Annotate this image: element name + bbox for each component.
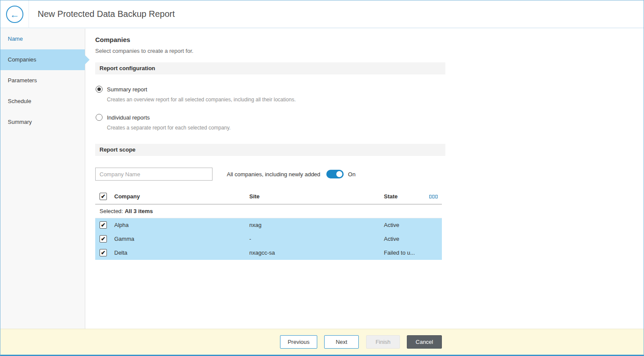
step-label: Schedule bbox=[8, 98, 31, 104]
radio-summary-report[interactable] bbox=[96, 86, 103, 93]
toggle-state-text: On bbox=[348, 171, 355, 178]
site-cell: nxag bbox=[249, 218, 261, 232]
step-label: Summary bbox=[8, 119, 32, 125]
cancel-button[interactable]: Cancel bbox=[407, 335, 442, 349]
wizard-steps-sidebar: Name Companies Parameters Schedule Summa… bbox=[0, 29, 85, 329]
state-cell: Active bbox=[384, 232, 399, 246]
footer-bar: Previous Next Finish Cancel bbox=[0, 329, 644, 355]
radio-individual-reports[interactable] bbox=[96, 114, 103, 121]
company-cell: Delta bbox=[114, 246, 127, 260]
table-row[interactable]: ✔ Gamma - Active bbox=[95, 232, 442, 246]
site-cell: - bbox=[249, 232, 251, 246]
next-button[interactable]: Next bbox=[324, 335, 359, 349]
row-checkbox[interactable]: ✔ bbox=[100, 221, 107, 229]
table-row[interactable]: ✔ Alpha nxag Active bbox=[95, 218, 442, 232]
check-icon: ✔ bbox=[100, 249, 106, 256]
main-content: Companies Select companies to create a r… bbox=[86, 29, 644, 329]
selection-summary: Selected:All 3 items bbox=[95, 204, 442, 218]
select-all-checkbox[interactable]: ✔ bbox=[100, 193, 107, 200]
individual-reports-description: Creates a separate report for each selec… bbox=[107, 125, 644, 131]
column-chooser-icon[interactable] bbox=[429, 195, 438, 198]
column-header-site[interactable]: Site bbox=[249, 189, 260, 204]
content-subtitle: Select companies to create a report for. bbox=[95, 48, 644, 54]
header-divider bbox=[29, 0, 29, 28]
state-cell: Active bbox=[384, 218, 399, 232]
filter-row: All companies, including newly added On bbox=[95, 168, 644, 181]
all-companies-toggle[interactable] bbox=[326, 170, 344, 178]
step-label: Parameters bbox=[8, 77, 37, 84]
step-label: Companies bbox=[8, 56, 36, 63]
sidebar-item-companies[interactable]: Companies bbox=[0, 49, 85, 70]
table-header: ✔ Company Site State bbox=[95, 189, 442, 204]
header: ← New Protected Data Backup Report bbox=[0, 0, 644, 28]
content-title: Companies bbox=[95, 36, 644, 43]
sidebar-item-summary[interactable]: Summary bbox=[0, 112, 85, 133]
company-cell: Alpha bbox=[114, 218, 129, 232]
finish-button: Finish bbox=[366, 335, 400, 349]
selected-count: All 3 items bbox=[125, 208, 153, 214]
step-label: Name bbox=[8, 36, 23, 42]
radio-row-summary-report: Summary report bbox=[96, 86, 644, 93]
sidebar-item-schedule[interactable]: Schedule bbox=[0, 91, 85, 112]
company-name-filter-input[interactable] bbox=[95, 168, 213, 181]
row-checkbox[interactable]: ✔ bbox=[100, 249, 107, 256]
column-header-company[interactable]: Company bbox=[114, 189, 140, 204]
company-cell: Gamma bbox=[114, 232, 134, 246]
summary-report-description: Creates an overview report for all selec… bbox=[107, 97, 644, 103]
column-header-state[interactable]: State bbox=[384, 189, 398, 204]
all-companies-toggle-label: All companies, including newly added bbox=[227, 171, 320, 178]
sidebar-item-parameters[interactable]: Parameters bbox=[0, 70, 85, 91]
table-row[interactable]: ✔ Delta nxagcc-sa Failed to u... bbox=[95, 246, 442, 260]
toggle-knob-icon bbox=[336, 171, 342, 177]
back-button[interactable]: ← bbox=[6, 6, 23, 23]
check-icon: ✔ bbox=[100, 236, 106, 242]
radio-summary-report-label[interactable]: Summary report bbox=[107, 86, 147, 93]
radio-row-individual-reports: Individual reports bbox=[96, 114, 644, 121]
arrow-left-icon: ← bbox=[10, 9, 19, 20]
check-icon: ✔ bbox=[100, 193, 106, 200]
companies-table: ✔ Company Site State Selected:All 3 item… bbox=[95, 189, 442, 260]
previous-button[interactable]: Previous bbox=[280, 335, 317, 349]
footer-buttons: Previous Next Finish Cancel bbox=[280, 335, 442, 349]
radio-individual-reports-label[interactable]: Individual reports bbox=[107, 114, 150, 121]
section-report-configuration: Report configuration bbox=[95, 62, 445, 74]
state-cell: Failed to u... bbox=[384, 246, 415, 260]
selected-prefix: Selected: bbox=[100, 208, 123, 214]
section-report-scope: Report scope bbox=[95, 144, 445, 156]
sidebar-item-name[interactable]: Name bbox=[0, 29, 85, 49]
check-icon: ✔ bbox=[100, 222, 106, 228]
site-cell: nxagcc-sa bbox=[249, 246, 275, 260]
row-checkbox[interactable]: ✔ bbox=[100, 235, 107, 243]
page-title: New Protected Data Backup Report bbox=[38, 0, 175, 27]
wizard-window: ← New Protected Data Backup Report Name … bbox=[0, 0, 644, 356]
